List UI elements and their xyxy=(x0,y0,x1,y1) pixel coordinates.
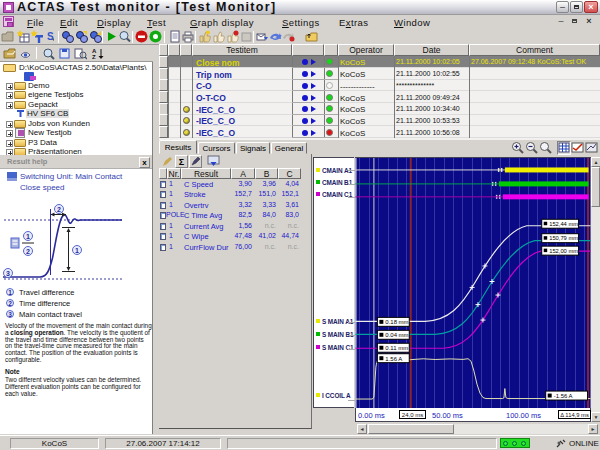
svg-text:0.11 mm: 0.11 mm xyxy=(385,345,408,351)
svg-text:1: 1 xyxy=(75,247,79,254)
svg-text:2: 2 xyxy=(26,248,30,255)
svg-text:S: S xyxy=(47,31,54,42)
svg-text:1: 1 xyxy=(26,233,30,240)
svg-text:152,44 mm: 152,44 mm xyxy=(549,221,578,227)
svg-text:0.18 mm: 0.18 mm xyxy=(385,319,408,325)
svg-text:1.56 A: 1.56 A xyxy=(385,356,402,362)
svg-text:2: 2 xyxy=(57,206,61,213)
svg-text:0.04 mm: 0.04 mm xyxy=(385,332,408,338)
svg-text:3: 3 xyxy=(6,270,10,277)
svg-text:150,79 mm: 150,79 mm xyxy=(549,235,578,241)
svg-text:-1.56 A: -1.56 A xyxy=(554,393,573,399)
svg-text:Z: Z xyxy=(92,54,96,60)
svg-text:152,00 mm: 152,00 mm xyxy=(549,248,578,254)
